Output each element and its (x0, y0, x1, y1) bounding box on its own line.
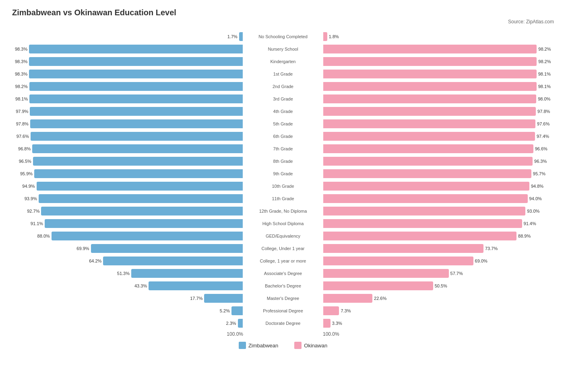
left-bar-wrap: 97.8% (12, 119, 243, 128)
left-value: 69.9% (75, 246, 89, 251)
table-row: 93.9% 11th Grade 94.0% (12, 193, 554, 204)
left-value: 17.7% (188, 296, 202, 301)
table-row: 96.5% 8th Grade 96.3% (12, 156, 554, 167)
left-value: 96.5% (17, 159, 31, 164)
table-row: 51.3% Associate's Degree 57.7% (12, 268, 554, 279)
left-value: 88.0% (35, 234, 50, 238)
right-bar (323, 207, 525, 215)
table-row: 97.6% 6th Grade 97.4% (12, 131, 554, 142)
left-bar (103, 257, 243, 265)
right-bar (323, 319, 331, 328)
table-row: 69.9% College, Under 1 year 73.7% (12, 243, 554, 254)
right-bar-wrap: 97.4% (323, 132, 554, 141)
axis-left: 100.0% (12, 331, 243, 337)
right-bar (323, 82, 537, 91)
left-bar (52, 232, 243, 240)
left-bar (31, 132, 243, 141)
left-bar (29, 45, 243, 53)
row-label: 10th Grade (243, 184, 323, 189)
right-value: 96.3% (534, 159, 547, 164)
table-row: 97.8% 5th Grade 97.6% (12, 118, 554, 129)
row-label: Kindergarten (243, 59, 323, 64)
right-bar-wrap: 69.0% (323, 257, 554, 265)
right-bar (323, 57, 537, 66)
row-label: 7th Grade (243, 146, 323, 151)
left-value: 98.1% (13, 96, 28, 101)
left-bar-wrap: 5.2% (12, 306, 243, 315)
left-bar-wrap: 93.9% (12, 194, 243, 203)
table-row: 95.9% 9th Grade 95.7% (12, 168, 554, 179)
row-label: 1st Grade (243, 72, 323, 76)
left-bar-wrap: 98.3% (12, 45, 243, 53)
table-row: 98.3% Nursery School 98.2% (12, 43, 554, 55)
row-label: 9th Grade (243, 171, 323, 176)
left-value: 98.2% (13, 84, 28, 89)
left-bar-wrap: 51.3% (12, 269, 243, 278)
row-label: Nursery School (243, 47, 323, 51)
left-bar (37, 182, 243, 191)
row-label: High School Diploma (243, 221, 323, 226)
right-bar (323, 132, 535, 141)
table-row: 98.3% Kindergarten 98.2% (12, 56, 554, 67)
right-value: 97.4% (537, 134, 549, 139)
row-label: College, 1 year or more (243, 259, 323, 263)
left-bar-wrap: 96.5% (12, 157, 243, 166)
left-bar (149, 281, 243, 290)
left-value: 51.3% (115, 271, 130, 276)
row-label: Professional Degree (243, 308, 323, 313)
row-label: No Schooling Completed (243, 34, 323, 39)
table-row: 88.0% GED/Equivalency 88.9% (12, 230, 554, 242)
right-bar (323, 244, 483, 253)
row-label: Master's Degree (243, 296, 323, 301)
right-value: 57.7% (450, 271, 463, 276)
right-value: 1.8% (329, 34, 339, 39)
table-row: 98.3% 1st Grade 98.1% (12, 68, 554, 80)
left-value: 95.9% (18, 171, 33, 176)
table-row: 2.3% Doctorate Degree 3.3% (12, 318, 554, 329)
right-value: 98.1% (538, 84, 551, 89)
legend-box-zimbabwean (239, 342, 246, 349)
left-bar-wrap: 95.9% (12, 169, 243, 178)
left-value: 97.9% (14, 109, 28, 114)
axis-right: 100.0% (323, 331, 554, 337)
row-label: 12th Grade, No Diploma (243, 209, 323, 213)
left-bar (39, 194, 243, 203)
right-bar-wrap: 98.2% (323, 57, 554, 66)
right-bar-wrap: 1.8% (323, 32, 554, 41)
left-value: 97.6% (14, 134, 29, 139)
left-value: 2.3% (222, 321, 236, 326)
table-row: 64.2% College, 1 year or more 69.0% (12, 255, 554, 267)
left-value: 64.2% (87, 259, 101, 263)
left-bar (29, 82, 243, 91)
left-bar-wrap: 17.7% (12, 294, 243, 303)
left-bar (29, 57, 243, 66)
right-value: 97.6% (537, 121, 549, 126)
left-bar (32, 144, 243, 153)
right-value: 94.0% (529, 196, 542, 201)
legend-item-zimbabwean: Zimbabwean (239, 342, 278, 349)
right-bar-wrap: 3.3% (323, 319, 554, 328)
right-value: 7.3% (341, 308, 351, 313)
row-label: 3rd Grade (243, 96, 323, 101)
right-bar-wrap: 97.8% (323, 107, 554, 116)
left-bar (29, 94, 243, 103)
left-bar-wrap: 98.3% (12, 70, 243, 78)
legend: Zimbabwean Okinawan (12, 342, 554, 349)
right-value: 97.8% (537, 109, 550, 114)
left-bar-wrap: 88.0% (12, 232, 243, 240)
left-value: 91.1% (29, 221, 43, 226)
right-bar-wrap: 50.5% (323, 281, 554, 290)
left-bar (239, 32, 243, 41)
right-bar (323, 45, 537, 53)
legend-label-okinawan: Okinawan (304, 343, 327, 349)
right-value: 69.0% (475, 259, 488, 263)
right-bar (323, 306, 339, 315)
table-row: 91.1% High School Diploma 91.4% (12, 218, 554, 229)
right-bar (323, 281, 433, 290)
row-label: College, Under 1 year (243, 246, 323, 251)
row-label: 5th Grade (243, 121, 323, 126)
legend-box-okinawan (294, 342, 302, 349)
right-bar-wrap: 97.6% (323, 119, 554, 128)
row-label: 11th Grade (243, 196, 323, 201)
right-bar-wrap: 88.9% (323, 232, 554, 240)
